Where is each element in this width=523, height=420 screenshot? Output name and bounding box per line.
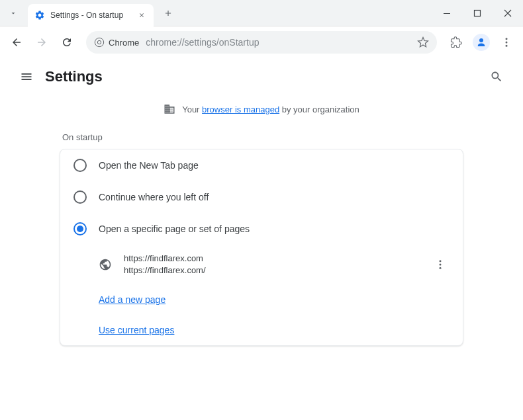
settings-gear-icon [34, 10, 45, 21]
svg-point-10 [440, 267, 442, 269]
svg-rect-0 [444, 13, 450, 14]
use-current-row: Use current pages [60, 315, 463, 345]
svg-point-2 [95, 38, 103, 46]
radio-icon [73, 190, 87, 204]
managed-link[interactable]: browser is managed [202, 105, 279, 114]
browser-tab[interactable]: Settings - On startup [28, 4, 154, 26]
page-title: Settings [45, 68, 103, 85]
managed-suffix: by your organization [279, 105, 359, 114]
svg-point-4 [479, 38, 483, 42]
option-new-tab[interactable]: Open the New Tab page [60, 149, 463, 181]
close-tab-icon[interactable] [136, 10, 147, 21]
option-label: Open the New Tab page [99, 160, 199, 171]
managed-prefix: Your [182, 105, 202, 114]
hamburger-menu-button[interactable] [13, 63, 40, 90]
settings-header: Settings [0, 58, 523, 95]
use-current-pages-link[interactable]: Use current pages [99, 325, 174, 335]
search-tabs-button[interactable] [4, 4, 23, 22]
svg-point-8 [440, 260, 442, 262]
add-page-row: Add a new page [60, 284, 463, 315]
page-entry-menu-button[interactable] [431, 255, 450, 274]
svg-point-3 [97, 40, 101, 44]
browser-toolbar: Chrome chrome://settings/onStartup [0, 26, 523, 58]
new-tab-button[interactable] [159, 4, 177, 22]
omnibox-label: Chrome [109, 38, 139, 48]
avatar-icon [473, 34, 490, 51]
option-specific-pages[interactable]: Open a specific page or set of pages [60, 213, 463, 245]
option-continue[interactable]: Continue where you left off [60, 181, 463, 213]
option-label: Continue where you left off [99, 192, 209, 202]
minimize-button[interactable] [432, 0, 462, 26]
radio-selected-icon [73, 222, 87, 235]
section-title: On startup [60, 123, 463, 149]
svg-point-5 [506, 38, 508, 40]
extensions-button[interactable] [445, 31, 467, 54]
tab-title: Settings - On startup [50, 11, 131, 20]
forward-button[interactable] [30, 31, 53, 54]
add-page-link[interactable]: Add a new page [99, 294, 166, 305]
search-settings-button[interactable] [483, 63, 510, 90]
option-label: Open a specific page or set of pages [99, 224, 250, 234]
startup-card: Open the New Tab page Continue where you… [60, 149, 463, 346]
svg-rect-1 [475, 10, 481, 16]
chrome-icon [94, 37, 105, 48]
radio-icon [73, 159, 87, 172]
back-button[interactable] [5, 31, 28, 54]
startup-page-entry: https://findflarex.com https://findflare… [60, 245, 463, 284]
building-icon [164, 103, 175, 115]
bookmark-star-icon[interactable] [417, 36, 429, 48]
browser-titlebar: Settings - On startup [0, 0, 523, 26]
page-url-title: https://findflarex.com [124, 253, 419, 265]
svg-point-6 [506, 42, 508, 44]
address-bar[interactable]: Chrome chrome://settings/onStartup [86, 31, 437, 54]
svg-point-9 [440, 264, 442, 266]
maximize-button[interactable] [462, 0, 493, 26]
menu-button[interactable] [495, 31, 518, 54]
page-url: https://findflarex.com/ [124, 265, 419, 276]
profile-button[interactable] [470, 31, 493, 54]
close-window-button[interactable] [493, 0, 523, 26]
reload-button[interactable] [56, 31, 78, 54]
omnibox-url: chrome://settings/onStartup [146, 37, 417, 48]
globe-icon [99, 258, 112, 271]
svg-point-7 [506, 45, 508, 47]
managed-notice: Your browser is managed by your organiza… [0, 95, 523, 123]
